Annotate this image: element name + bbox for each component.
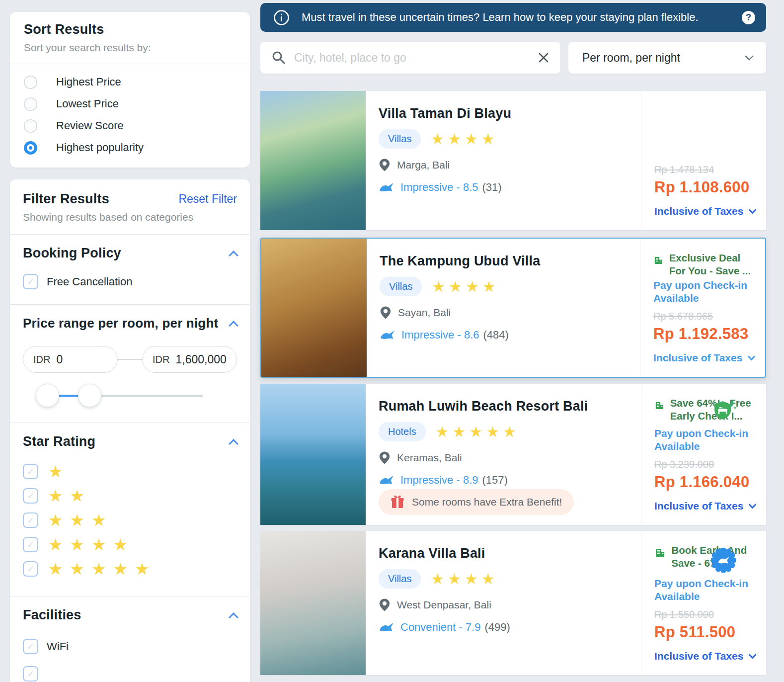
star-icons: ★★★★	[48, 536, 135, 553]
slider-handle-min[interactable]	[36, 384, 59, 407]
inclusive-of-taxes-toggle[interactable]: Inclusive of Taxes	[653, 352, 742, 364]
radio-selected-icon[interactable]	[24, 141, 37, 155]
sort-option-highest-price[interactable]: Highest Price	[10, 71, 250, 93]
old-price: Rp 3.239.000	[654, 459, 755, 470]
checkbox-icon[interactable]	[23, 561, 38, 577]
help-icon[interactable]: ?	[742, 11, 755, 24]
search-input[interactable]	[294, 51, 538, 65]
hotel-card-karana-villa-bali[interactable]: Karana Villa Bali Villas ★★★★	[260, 531, 766, 675]
review-score: Impressive - 8.6	[401, 329, 479, 341]
hotel-name: Rumah Luwih Beach Resort Bali	[379, 399, 631, 414]
star-rating: ★★★★★	[436, 425, 520, 439]
hotel-card-rumah-luwih-beach-resort[interactable]: Rumah Luwih Beach Resort Bali Hotels ★★★…	[260, 384, 766, 525]
star-filter-4[interactable]: ★★★★	[23, 532, 237, 557]
hotel-location: West Denpasar, Bali	[397, 599, 491, 611]
pay-upon-checkin-label: Pay upon Check-in Available	[653, 279, 754, 305]
filters-sidebar: Sort Results Sort your search results by…	[10, 12, 250, 682]
flexible-stay-banner[interactable]: Must travel in these uncertain times? Le…	[260, 3, 766, 32]
radio-icon[interactable]	[24, 97, 37, 111]
sort-option-lowest-price[interactable]: Lowest Price	[10, 93, 250, 115]
location-pin-icon	[379, 451, 391, 465]
sort-option-review-score[interactable]: Review Score	[10, 115, 250, 137]
filter-results-subtitle: Showing results based on categories	[23, 211, 237, 223]
facilities-title: Facilities	[23, 607, 81, 623]
review-count: (157)	[482, 474, 508, 487]
hotel-location: Keramas, Bali	[397, 452, 462, 464]
checkbox-icon[interactable]	[23, 666, 38, 682]
facility-wifi-option[interactable]: WiFi	[23, 639, 237, 654]
booking-policy-section: Booking Policy Free Cancellation	[10, 235, 250, 304]
chevron-down-icon[interactable]	[749, 501, 757, 509]
sort-option-label: Review Score	[56, 119, 124, 132]
hotel-deal-icon	[653, 252, 663, 269]
star-filter-1[interactable]: ★	[23, 459, 237, 484]
star-rating: ★★★★	[431, 572, 498, 587]
sort-results-title: Sort Results	[24, 22, 236, 37]
chevron-down-icon[interactable]	[749, 206, 757, 214]
current-price: Rp 1.108.600	[654, 178, 755, 196]
price-unit-dropdown[interactable]: Per room, per night	[568, 42, 766, 74]
inclusive-of-taxes-toggle[interactable]: Inclusive of Taxes	[654, 500, 743, 512]
price-range-title: Price range per room, per night	[23, 316, 218, 331]
price-range-slider[interactable]	[23, 384, 237, 408]
chevron-up-icon[interactable]	[229, 321, 238, 331]
currency-prefix: IDR	[153, 354, 169, 365]
gift-icon	[391, 495, 404, 510]
star-filter-2[interactable]: ★★	[23, 484, 237, 508]
chevron-up-icon[interactable]	[229, 612, 238, 622]
free-cancellation-option[interactable]: Free Cancellation	[23, 274, 237, 289]
chevron-down-icon[interactable]	[748, 353, 756, 361]
current-price: Rp 1.192.583	[653, 325, 754, 343]
price-min-input[interactable]: IDR 0	[23, 346, 118, 373]
property-type-badge: Hotels	[379, 422, 426, 441]
radio-icon[interactable]	[24, 76, 37, 89]
radio-icon[interactable]	[24, 119, 37, 133]
property-type-badge: Villas	[380, 277, 422, 296]
hotel-deal-icon	[654, 397, 664, 415]
chevron-up-icon[interactable]	[229, 251, 238, 260]
star-filter-3[interactable]: ★★★	[23, 508, 237, 532]
hotel-name: Karana Villa Bali	[379, 546, 631, 561]
traveloka-bird-icon	[379, 620, 394, 634]
old-price: Rp 5.678.965	[653, 311, 754, 322]
sort-option-highest-popularity[interactable]: Highest popularity	[10, 137, 250, 159]
current-price: Rp 1.166.040	[654, 473, 755, 491]
hotel-card-villa-taman-di-blayu[interactable]: Villa Taman Di Blayu Villas ★★★★ Marga, …	[260, 91, 766, 230]
checkbox-icon[interactable]	[23, 512, 38, 528]
checkbox-icon[interactable]	[23, 274, 38, 289]
info-icon	[273, 9, 290, 26]
checkbox-icon[interactable]	[23, 537, 38, 552]
facility-option-partial[interactable]	[23, 666, 237, 682]
chevron-down-icon[interactable]	[749, 651, 757, 659]
destination-searchbox[interactable]	[260, 42, 560, 74]
star-icons: ★★	[48, 488, 91, 504]
checkbox-icon[interactable]	[23, 464, 38, 479]
hotel-deal-icon	[654, 544, 665, 562]
star-icons: ★★★★★	[48, 561, 157, 577]
property-type-badge: Villas	[379, 129, 421, 149]
hotel-photo	[261, 239, 367, 377]
inclusive-of-taxes-toggle[interactable]: Inclusive of Taxes	[654, 650, 743, 662]
price-max-value: 1,600,000	[175, 353, 226, 366]
checkbox-label: WiFi	[47, 640, 69, 653]
price-max-input[interactable]: IDR 1,600,000	[142, 346, 237, 373]
checkbox-icon[interactable]	[23, 639, 38, 654]
review-count: (484)	[483, 329, 509, 341]
price-unit-value: Per room, per night	[582, 51, 680, 65]
inclusive-of-taxes-toggle[interactable]: Inclusive of Taxes	[654, 205, 743, 217]
star-rating: ★★★★	[431, 132, 498, 147]
star-icons: ★	[48, 463, 70, 480]
chevron-up-icon[interactable]	[229, 439, 238, 449]
star-rating-title: Star Rating	[23, 434, 95, 449]
slider-handle-max[interactable]	[78, 384, 101, 407]
hotel-card-the-kampung-ubud-villa[interactable]: The Kampung Ubud Villa Villas ★★★★ Sayan…	[260, 238, 766, 378]
reset-filter-link[interactable]: Reset Filter	[178, 192, 237, 206]
checkbox-icon[interactable]	[23, 488, 38, 504]
clear-search-icon[interactable]	[538, 52, 549, 64]
pay-upon-checkin-label: Pay upon Check-in Available	[654, 577, 755, 603]
location-pin-icon	[379, 598, 391, 612]
star-rating: ★★★★	[432, 279, 499, 294]
star-filter-5[interactable]: ★★★★★	[23, 557, 237, 581]
location-pin-icon	[380, 306, 392, 320]
currency-prefix: IDR	[33, 354, 50, 365]
